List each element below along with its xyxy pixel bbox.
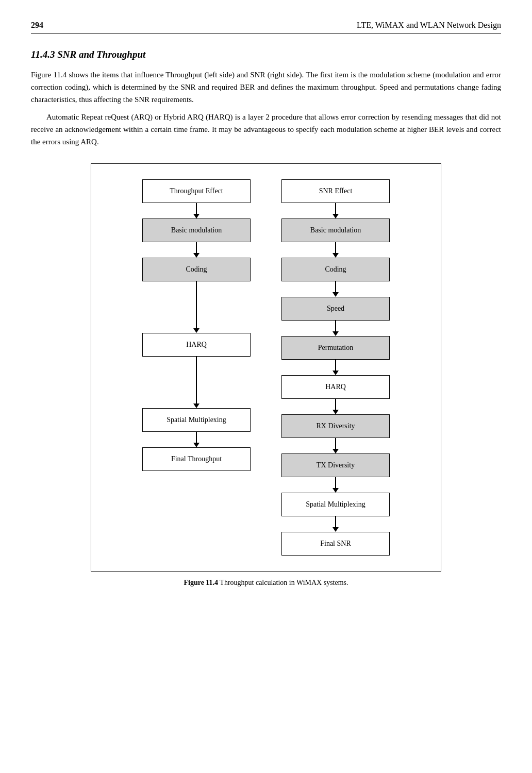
arrow-right-9 [332,516,339,532]
arrow-left-1 [193,203,200,219]
arrow-right-8 [332,477,339,493]
right-node-permutation: Permutation [281,336,390,360]
arrow-right-3 [332,281,339,297]
right-node-coding: Coding [281,258,390,281]
right-node-final-snr: Final SNR [281,532,390,556]
right-node-spatial-multiplexing: Spatial Multiplexing [281,493,390,516]
paragraph-2: Automatic Repeat reQuest (ARQ) or Hybrid… [31,111,501,148]
arrow-right-6 [332,399,339,414]
arrow-left-2 [193,242,200,258]
arrow-right-2 [332,242,339,258]
right-header-box: SNR Effect [281,179,390,203]
page-header: 294 LTE, WiMAX and WLAN Network Design [31,21,501,33]
left-node-basic-modulation: Basic modulation [142,219,251,242]
left-node-spatial-multiplexing: Spatial Multiplexing [142,408,251,432]
right-node-basic-modulation: Basic modulation [281,219,390,242]
right-node-harq: HARQ [281,375,390,399]
section-heading: 11.4.3 SNR and Throughput [31,49,501,60]
right-node-speed: Speed [281,297,390,321]
page-header-title: LTE, WiMAX and WLAN Network Design [357,21,501,30]
arrow-left-3 [193,281,200,333]
caption-text: Throughput calculation in WiMAX systems. [220,579,348,586]
right-node-rx-diversity: RX Diversity [281,414,390,438]
right-column: SNR Effect Basic modulation Coding Spe [281,179,390,556]
figure-container: Throughput Effect Basic modulation Codin… [31,163,501,587]
left-node-final-throughput: Final Throughput [142,447,251,471]
arrow-right-4 [332,321,339,336]
left-node-harq: HARQ [142,333,251,357]
left-header-box: Throughput Effect [142,179,251,203]
left-node-coding: Coding [142,258,251,281]
right-node-tx-diversity: TX Diversity [281,453,390,477]
figure-caption: Figure 11.4 Throughput calculation in Wi… [184,579,348,587]
paragraph-1: Figure 11.4 shows the items that influen… [31,69,501,106]
arrow-right-7 [332,438,339,453]
caption-label: Figure 11.4 [184,579,218,586]
arrow-left-4 [193,357,200,408]
arrow-right-5 [332,360,339,375]
page-number: 294 [31,21,43,30]
arrow-left-5 [193,432,200,447]
arrow-right-1 [332,203,339,219]
left-column: Throughput Effect Basic modulation Codin… [142,179,251,556]
diagram: Throughput Effect Basic modulation Codin… [91,163,441,572]
